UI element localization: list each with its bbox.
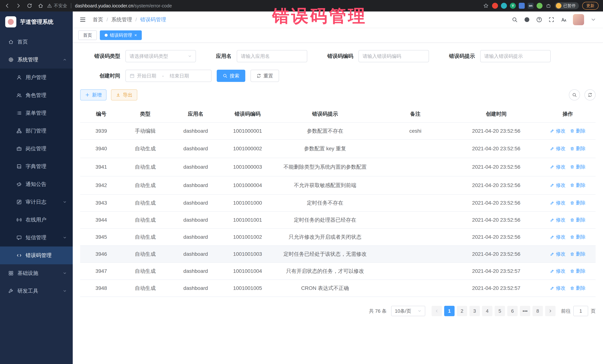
edit-icon	[550, 269, 554, 273]
create-time-range-picker[interactable]: 开始日期 - 结束日期	[126, 70, 211, 82]
pagination-page-4[interactable]: 4	[482, 306, 492, 316]
breadcrumb-item-1[interactable]: 系统管理	[111, 16, 132, 23]
pagination-page-1[interactable]: 1	[444, 306, 454, 316]
delete-link[interactable]: 删除	[570, 200, 586, 206]
address-bar[interactable]: dashboard.yudao.iocoder.cn/system/error-…	[75, 3, 479, 9]
pagination-page-2[interactable]: 2	[457, 306, 467, 316]
sidebar-item-sms[interactable]: 短信管理	[0, 229, 73, 246]
user-avatar[interactable]	[573, 14, 584, 25]
tab-error-code[interactable]: 错误码管理×	[100, 30, 142, 40]
filter-field-app-name-input: 应用名	[216, 50, 307, 62]
pagination-page-5[interactable]: 5	[495, 306, 505, 316]
security-indicator[interactable]: 不安全	[47, 3, 67, 9]
tab-home[interactable]: 首页	[78, 30, 97, 40]
page-size-select[interactable]: 10条/页	[391, 306, 425, 316]
edit-link[interactable]: 修改	[550, 145, 566, 152]
edit-link[interactable]: 修改	[550, 268, 566, 274]
edit-link[interactable]: 修改	[550, 128, 566, 134]
delete-link[interactable]: 删除	[570, 145, 586, 152]
extension-green-v-icon[interactable]: V	[510, 3, 516, 9]
table-search-toggle-button[interactable]	[569, 89, 580, 100]
back-icon[interactable]	[4, 3, 10, 9]
menu-fold-icon[interactable]	[79, 16, 86, 23]
date-separator: -	[162, 73, 164, 79]
close-icon[interactable]: ×	[134, 33, 137, 37]
forward-icon[interactable]	[16, 3, 21, 9]
refresh-icon	[256, 73, 261, 78]
sidebar-item-user[interactable]: 用户管理	[0, 69, 73, 86]
sidebar-item-error-code[interactable]: 错误码管理	[0, 246, 73, 264]
reload-icon[interactable]	[27, 3, 32, 9]
edit-link[interactable]: 修改	[550, 251, 566, 257]
fullscreen-icon[interactable]	[548, 17, 554, 22]
extension-blue-grid-icon[interactable]	[519, 3, 525, 9]
extension-green-leaf-icon[interactable]	[537, 3, 543, 9]
chevron-down-icon	[417, 309, 422, 313]
reset-button[interactable]: 重置	[251, 70, 279, 82]
edit-link[interactable]: 修改	[550, 234, 566, 240]
table-refresh-button[interactable]	[584, 89, 596, 100]
error-code-input[interactable]	[362, 53, 425, 59]
sidebar-item-home[interactable]: 首页	[0, 33, 73, 51]
bookmark-star-icon[interactable]	[483, 3, 489, 9]
delete-link[interactable]: 删除	[570, 234, 586, 240]
edit-link[interactable]: 修改	[550, 200, 566, 206]
sidebar-item-infra[interactable]: 基础设施	[0, 264, 73, 282]
app-name-input[interactable]	[241, 53, 303, 59]
extension-password-on-icon[interactable]: on	[528, 3, 533, 9]
breadcrumb-item-0[interactable]: 首页	[93, 16, 103, 23]
pagination-page-8[interactable]: 8	[533, 306, 543, 316]
browser-home-icon[interactable]	[38, 3, 43, 9]
sidebar-item-system[interactable]: 系统管理	[0, 51, 73, 69]
table-row: 3945自动生成dashboard1001001002只允许修改为开启或者关闭状…	[80, 229, 596, 246]
extension-teal-drop-icon[interactable]	[501, 3, 507, 9]
pagination-next-button[interactable]	[545, 306, 556, 316]
sidebar-item-post[interactable]: 岗位管理	[0, 140, 73, 157]
sidebar-item-online-user[interactable]: 在线用户	[0, 211, 73, 229]
profile-chip[interactable]: 已暂停	[555, 2, 579, 9]
delete-link[interactable]: 删除	[570, 128, 586, 134]
extension-red-record-icon[interactable]	[492, 3, 498, 9]
search-button[interactable]: 搜索	[217, 70, 245, 82]
chevron-down-icon[interactable]	[590, 17, 596, 22]
extension-puzzle-icon[interactable]	[545, 3, 551, 9]
pagination-ellipsis[interactable]: •••	[520, 306, 530, 316]
edit-link[interactable]: 修改	[550, 285, 566, 291]
pagination-page-3[interactable]: 3	[469, 306, 480, 316]
edit-link[interactable]: 修改	[550, 164, 566, 170]
pagination-page-6[interactable]: 6	[507, 306, 518, 316]
sidebar-item-dept[interactable]: 部门管理	[0, 122, 73, 140]
github-icon[interactable]	[524, 17, 530, 22]
delete-link[interactable]: 删除	[570, 251, 586, 257]
error-code-type-select[interactable]: 请选择错误码类型	[126, 50, 196, 62]
search-icon[interactable]	[512, 17, 518, 22]
help-icon[interactable]	[536, 17, 542, 22]
delete-link[interactable]: 删除	[570, 217, 586, 223]
add-button[interactable]: 新增	[80, 89, 106, 100]
error-hint-input[interactable]	[484, 53, 547, 59]
delete-link[interactable]: 删除	[570, 268, 586, 274]
delete-link[interactable]: 删除	[570, 182, 586, 188]
gear-icon	[8, 57, 14, 62]
sidebar-item-dict[interactable]: 字典管理	[0, 157, 73, 175]
font-size-icon[interactable]	[561, 17, 567, 22]
export-button[interactable]: 导出	[111, 89, 137, 100]
edit-link[interactable]: 修改	[550, 182, 566, 188]
sidebar-item-notice[interactable]: 通知公告	[0, 175, 73, 193]
sidebar-item-dev-tools[interactable]: 研发工具	[0, 282, 73, 300]
delete-link[interactable]: 删除	[570, 285, 586, 291]
cell-actions: 修改删除	[540, 194, 596, 211]
delete-link[interactable]: 删除	[570, 164, 586, 170]
sidebar-item-role[interactable]: 角色管理	[0, 86, 73, 104]
pagination-prev-button[interactable]	[431, 306, 442, 316]
edit-link[interactable]: 修改	[550, 217, 566, 223]
cell-memo	[378, 158, 452, 176]
sidebar-item-audit-log[interactable]: 审计日志	[0, 193, 73, 211]
sidebar-item-menu[interactable]: 菜单管理	[0, 104, 73, 122]
main-area: 首页/系统管理/错误码管理 首页错误码管理× 错误码类型请选择错误码类型应用名错…	[73, 11, 603, 364]
app-logo[interactable]: 芋道管理系统	[0, 11, 73, 32]
update-button[interactable]: 更新	[582, 2, 599, 10]
delete-icon	[570, 235, 574, 239]
pagination: 共 76 条 10条/页 123456•••8 前往 页	[80, 306, 596, 327]
goto-page-input[interactable]	[573, 306, 588, 316]
